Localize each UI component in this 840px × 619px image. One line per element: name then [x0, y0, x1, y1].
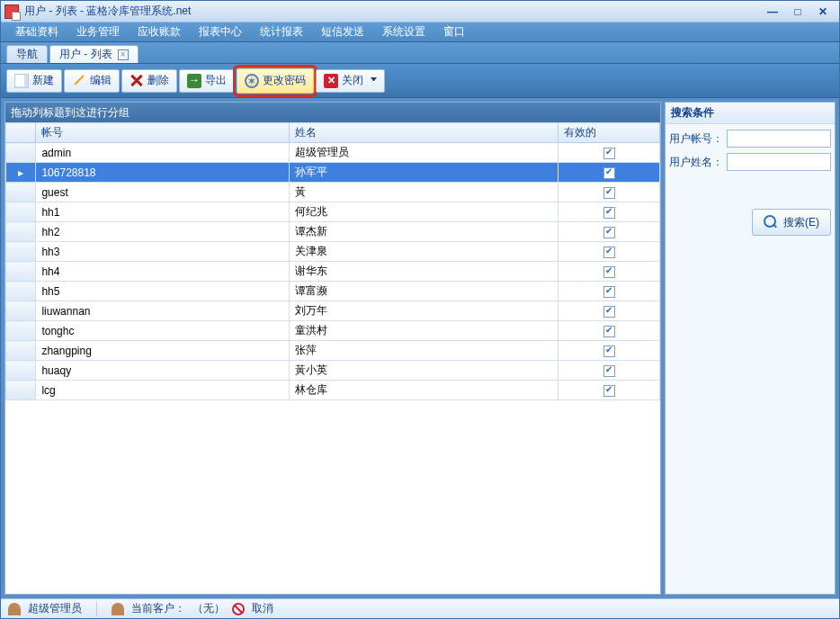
table-row[interactable]: hh3关津泉 — [6, 242, 660, 262]
checkbox-icon[interactable] — [603, 207, 615, 219]
table-row[interactable]: hh5谭富濒 — [6, 282, 660, 301]
cell-account: tonghc — [36, 321, 290, 341]
menu-item-2[interactable]: 应收账款 — [130, 22, 188, 41]
search-account-label: 用户帐号： — [669, 131, 723, 147]
menu-item-5[interactable]: 短信发送 — [314, 22, 371, 41]
cell-valid[interactable] — [559, 163, 660, 183]
cell-valid[interactable] — [559, 381, 660, 400]
menu-item-1[interactable]: 业务管理 — [69, 22, 127, 41]
close-window-button[interactable]: ✕ — [814, 5, 832, 18]
close-tab-button[interactable]: ✕ 关闭 — [316, 69, 385, 93]
title-bar: 用户 - 列表 - 蓝格冷库管理系统.net — □ ✕ — [1, 1, 839, 22]
gear-icon — [245, 74, 259, 88]
column-account[interactable]: 帐号 — [36, 123, 290, 143]
tab-1[interactable]: 用户 - 列表× — [49, 45, 139, 63]
search-name-label: 用户姓名： — [669, 155, 723, 170]
checkbox-icon[interactable] — [603, 326, 615, 337]
row-indicator: ▸ — [6, 163, 36, 183]
status-cancel[interactable]: 取消 — [252, 601, 273, 616]
cell-valid[interactable] — [559, 183, 660, 202]
cell-valid[interactable] — [559, 321, 660, 341]
change-password-button[interactable]: 更改密码 — [237, 68, 314, 94]
checkbox-icon[interactable] — [603, 365, 615, 377]
tab-label: 导航 — [16, 47, 38, 62]
cell-valid[interactable] — [559, 301, 660, 321]
table-row[interactable]: lcg林仓库 — [6, 381, 660, 400]
cell-valid[interactable] — [559, 242, 660, 262]
cell-name: 刘万年 — [290, 301, 559, 321]
checkbox-icon[interactable] — [603, 187, 615, 199]
tab-label: 用户 - 列表 — [59, 47, 112, 62]
column-valid[interactable]: 有效的 — [559, 123, 660, 143]
menu-item-7[interactable]: 窗口 — [436, 22, 472, 41]
cell-account: admin — [36, 143, 290, 163]
checkbox-icon[interactable] — [603, 345, 615, 357]
status-current-label: 当前客户： — [131, 601, 185, 616]
cancel-icon — [232, 603, 245, 615]
cell-name: 黃 — [290, 183, 559, 202]
group-by-hint[interactable]: 拖动列标题到这进行分组 — [5, 103, 660, 122]
checkbox-icon[interactable] — [603, 148, 615, 159]
table-row[interactable]: tonghc童洪村 — [6, 321, 660, 341]
menu-item-4[interactable]: 统计报表 — [253, 22, 310, 41]
minimize-button[interactable]: — — [764, 5, 782, 18]
new-icon — [14, 74, 29, 88]
cell-name: 超级管理员 — [290, 143, 559, 163]
checkbox-icon[interactable] — [603, 247, 615, 258]
cell-valid[interactable] — [559, 222, 660, 242]
delete-button[interactable]: 删除 — [121, 69, 177, 93]
row-indicator — [6, 341, 36, 361]
table-row[interactable]: huaqy黃小英 — [6, 361, 660, 381]
table-row[interactable]: hh1何纪兆 — [6, 202, 660, 222]
menu-item-6[interactable]: 系统设置 — [375, 22, 433, 41]
edit-button[interactable]: 编辑 — [64, 69, 120, 93]
search-panel: 搜索条件 用户帐号： 用户姓名： 搜索(E) — [665, 102, 836, 595]
menu-item-0[interactable]: 基础资料 — [8, 22, 66, 41]
toolbar: 新建 编辑 删除 导出 更改密码 ✕ 关闭 — [1, 64, 839, 98]
cell-valid[interactable] — [559, 262, 660, 282]
checkbox-icon[interactable] — [603, 286, 615, 298]
cell-account: lcg — [36, 381, 290, 400]
cell-valid[interactable] — [559, 361, 660, 381]
table-row[interactable]: hh4谢华东 — [6, 262, 660, 282]
row-indicator — [6, 222, 36, 242]
cell-valid[interactable] — [559, 202, 660, 222]
checkbox-icon[interactable] — [603, 167, 615, 179]
checkbox-icon[interactable] — [603, 266, 615, 278]
cell-name: 何纪兆 — [290, 202, 559, 222]
row-indicator — [6, 381, 36, 400]
tab-0[interactable]: 导航 — [6, 45, 48, 63]
status-user: 超级管理员 — [28, 601, 82, 616]
cell-account: liuwannan — [36, 301, 290, 321]
search-name-input[interactable] — [727, 153, 831, 171]
tab-close-icon[interactable]: × — [118, 49, 129, 60]
table-row[interactable]: zhangping张萍 — [6, 341, 660, 361]
search-account-input[interactable] — [727, 130, 831, 148]
checkbox-icon[interactable] — [603, 385, 615, 397]
table-row[interactable]: hh2谭杰新 — [6, 222, 660, 242]
export-button[interactable]: 导出 — [179, 69, 235, 93]
table-row[interactable]: admin超级管理员 — [6, 143, 660, 163]
row-indicator — [6, 321, 36, 341]
cell-valid[interactable] — [559, 341, 660, 361]
cell-valid[interactable] — [559, 143, 660, 163]
row-indicator — [6, 183, 36, 202]
checkbox-icon[interactable] — [603, 227, 615, 238]
table-row[interactable]: ▸106728818孙军平 — [6, 163, 660, 183]
cell-valid[interactable] — [559, 282, 660, 301]
table-row[interactable]: guest黃 — [6, 183, 660, 202]
cell-name: 谢华东 — [290, 262, 559, 282]
new-button[interactable]: 新建 — [6, 69, 62, 93]
chevron-down-icon[interactable] — [371, 77, 377, 84]
table-row[interactable]: liuwannan刘万年 — [6, 301, 660, 321]
checkbox-icon[interactable] — [603, 306, 615, 318]
menu-bar: 基础资料业务管理应收账款报表中心统计报表短信发送系统设置窗口 — [1, 22, 839, 42]
column-name[interactable]: 姓名 — [290, 123, 559, 143]
search-button[interactable]: 搜索(E) — [752, 209, 831, 236]
cell-name: 黃小英 — [290, 361, 559, 381]
maximize-button[interactable]: □ — [789, 5, 807, 18]
menu-item-3[interactable]: 报表中心 — [192, 22, 249, 41]
row-indicator — [6, 202, 36, 222]
cell-name: 谭杰新 — [290, 222, 559, 242]
row-indicator — [6, 242, 36, 262]
